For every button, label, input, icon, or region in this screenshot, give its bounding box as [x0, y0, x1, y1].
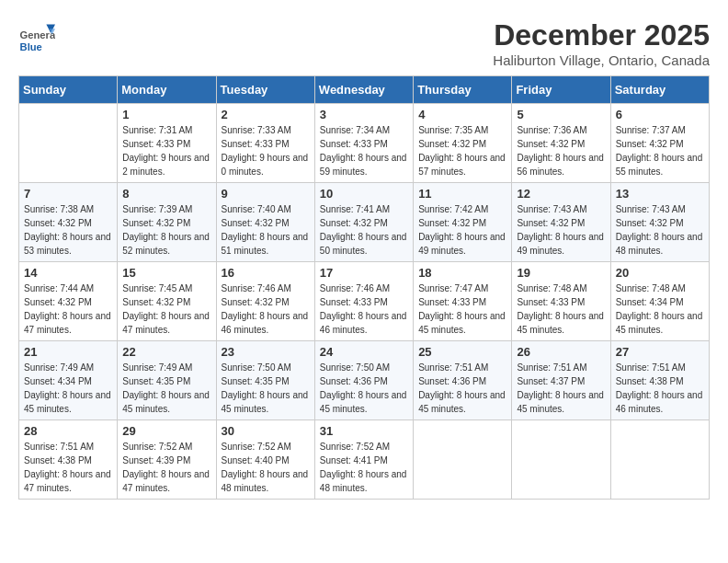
calendar-week-row: 28 Sunrise: 7:51 AMSunset: 4:38 PMDaylig… [19, 420, 710, 500]
day-info: Sunrise: 7:43 AMSunset: 4:32 PMDaylight:… [616, 204, 703, 256]
day-number: 27 [616, 345, 704, 359]
day-number: 31 [320, 424, 408, 438]
calendar-day-cell: 14 Sunrise: 7:44 AMSunset: 4:32 PMDaylig… [19, 262, 118, 341]
calendar-table: SundayMondayTuesdayWednesdayThursdayFrid… [18, 75, 710, 500]
calendar-day-cell: 2 Sunrise: 7:33 AMSunset: 4:33 PMDayligh… [216, 104, 314, 183]
day-number: 26 [517, 345, 605, 359]
calendar-day-cell [512, 420, 610, 500]
calendar-week-row: 1 Sunrise: 7:31 AMSunset: 4:33 PMDayligh… [19, 104, 710, 183]
day-info: Sunrise: 7:33 AMSunset: 4:33 PMDaylight:… [222, 125, 309, 177]
header: General Blue December 2025 Haliburton Vi… [18, 18, 710, 68]
location-subtitle: Haliburton Village, Ontario, Canada [493, 52, 710, 68]
calendar-day-cell: 22 Sunrise: 7:49 AMSunset: 4:35 PMDaylig… [118, 341, 216, 420]
day-number: 15 [122, 266, 210, 280]
calendar-day-cell: 29 Sunrise: 7:52 AMSunset: 4:39 PMDaylig… [118, 420, 216, 500]
day-number: 18 [418, 266, 506, 280]
calendar-day-cell: 6 Sunrise: 7:37 AMSunset: 4:32 PMDayligh… [610, 104, 709, 183]
calendar-day-cell: 7 Sunrise: 7:38 AMSunset: 4:32 PMDayligh… [19, 183, 118, 262]
day-number: 14 [24, 266, 112, 280]
calendar-day-cell: 5 Sunrise: 7:36 AMSunset: 4:32 PMDayligh… [512, 104, 610, 183]
month-title: December 2025 [493, 18, 710, 52]
calendar-day-cell: 9 Sunrise: 7:40 AMSunset: 4:32 PMDayligh… [216, 183, 314, 262]
calendar-day-cell: 12 Sunrise: 7:43 AMSunset: 4:32 PMDaylig… [512, 183, 610, 262]
weekday-header-saturday: Saturday [610, 76, 709, 104]
calendar-day-cell: 24 Sunrise: 7:50 AMSunset: 4:36 PMDaylig… [314, 341, 413, 420]
calendar-day-cell: 25 Sunrise: 7:51 AMSunset: 4:36 PMDaylig… [414, 341, 512, 420]
day-info: Sunrise: 7:50 AMSunset: 4:35 PMDaylight:… [222, 362, 309, 414]
day-number: 6 [616, 108, 704, 121]
weekday-header-monday: Monday [118, 76, 216, 104]
day-info: Sunrise: 7:39 AMSunset: 4:32 PMDaylight:… [122, 204, 210, 256]
day-info: Sunrise: 7:35 AMSunset: 4:32 PMDaylight:… [418, 125, 506, 177]
day-info: Sunrise: 7:49 AMSunset: 4:35 PMDaylight:… [122, 362, 210, 414]
calendar-day-cell: 20 Sunrise: 7:48 AMSunset: 4:34 PMDaylig… [610, 262, 709, 341]
calendar-day-cell: 8 Sunrise: 7:39 AMSunset: 4:32 PMDayligh… [118, 183, 216, 262]
day-number: 7 [24, 187, 112, 201]
day-info: Sunrise: 7:48 AMSunset: 4:34 PMDaylight:… [616, 283, 703, 335]
logo-icon: General Blue [18, 18, 55, 55]
calendar-day-cell: 21 Sunrise: 7:49 AMSunset: 4:34 PMDaylig… [19, 341, 118, 420]
day-info: Sunrise: 7:43 AMSunset: 4:32 PMDaylight:… [517, 204, 604, 256]
day-info: Sunrise: 7:51 AMSunset: 4:38 PMDaylight:… [616, 362, 703, 414]
weekday-header-friday: Friday [512, 76, 610, 104]
logo: General Blue [18, 18, 59, 55]
day-number: 28 [24, 424, 112, 438]
day-info: Sunrise: 7:42 AMSunset: 4:32 PMDaylight:… [418, 204, 506, 256]
day-info: Sunrise: 7:47 AMSunset: 4:33 PMDaylight:… [418, 283, 506, 335]
weekday-header-wednesday: Wednesday [314, 76, 413, 104]
day-info: Sunrise: 7:31 AMSunset: 4:33 PMDaylight:… [122, 125, 210, 177]
day-number: 29 [122, 424, 210, 438]
calendar-day-cell: 31 Sunrise: 7:52 AMSunset: 4:41 PMDaylig… [314, 420, 413, 500]
calendar-day-cell: 16 Sunrise: 7:46 AMSunset: 4:32 PMDaylig… [216, 262, 314, 341]
day-info: Sunrise: 7:40 AMSunset: 4:32 PMDaylight:… [222, 204, 309, 256]
day-info: Sunrise: 7:48 AMSunset: 4:33 PMDaylight:… [517, 283, 604, 335]
day-info: Sunrise: 7:45 AMSunset: 4:32 PMDaylight:… [122, 283, 210, 335]
day-number: 25 [418, 345, 506, 359]
day-info: Sunrise: 7:41 AMSunset: 4:32 PMDaylight:… [320, 204, 407, 256]
calendar-day-cell: 11 Sunrise: 7:42 AMSunset: 4:32 PMDaylig… [414, 183, 512, 262]
calendar-day-cell: 17 Sunrise: 7:46 AMSunset: 4:33 PMDaylig… [314, 262, 413, 341]
day-number: 4 [418, 108, 506, 121]
day-info: Sunrise: 7:37 AMSunset: 4:32 PMDaylight:… [616, 125, 703, 177]
calendar-day-cell [610, 420, 709, 500]
day-info: Sunrise: 7:52 AMSunset: 4:39 PMDaylight:… [122, 442, 210, 493]
calendar-day-cell: 10 Sunrise: 7:41 AMSunset: 4:32 PMDaylig… [314, 183, 413, 262]
day-number: 10 [320, 187, 408, 201]
day-number: 9 [222, 187, 310, 201]
day-info: Sunrise: 7:50 AMSunset: 4:36 PMDaylight:… [320, 362, 407, 414]
day-info: Sunrise: 7:52 AMSunset: 4:41 PMDaylight:… [320, 442, 407, 493]
calendar-week-row: 21 Sunrise: 7:49 AMSunset: 4:34 PMDaylig… [19, 341, 710, 420]
day-info: Sunrise: 7:34 AMSunset: 4:33 PMDaylight:… [320, 125, 407, 177]
day-number: 17 [320, 266, 408, 280]
calendar-day-cell: 3 Sunrise: 7:34 AMSunset: 4:33 PMDayligh… [314, 104, 413, 183]
day-number: 22 [122, 345, 210, 359]
calendar-day-cell: 19 Sunrise: 7:48 AMSunset: 4:33 PMDaylig… [512, 262, 610, 341]
day-number: 1 [122, 108, 210, 121]
calendar-day-cell: 27 Sunrise: 7:51 AMSunset: 4:38 PMDaylig… [610, 341, 709, 420]
calendar-day-cell [19, 104, 118, 183]
calendar-week-row: 7 Sunrise: 7:38 AMSunset: 4:32 PMDayligh… [19, 183, 710, 262]
day-number: 24 [320, 345, 408, 359]
day-number: 12 [517, 187, 605, 201]
calendar-week-row: 14 Sunrise: 7:44 AMSunset: 4:32 PMDaylig… [19, 262, 710, 341]
svg-text:General: General [20, 29, 55, 40]
day-number: 16 [222, 266, 310, 280]
calendar-day-cell: 4 Sunrise: 7:35 AMSunset: 4:32 PMDayligh… [414, 104, 512, 183]
day-number: 2 [222, 108, 310, 121]
day-info: Sunrise: 7:52 AMSunset: 4:40 PMDaylight:… [222, 442, 309, 493]
day-info: Sunrise: 7:46 AMSunset: 4:32 PMDaylight:… [222, 283, 309, 335]
day-info: Sunrise: 7:51 AMSunset: 4:36 PMDaylight:… [418, 362, 506, 414]
day-info: Sunrise: 7:44 AMSunset: 4:32 PMDaylight:… [24, 283, 111, 335]
svg-text:Blue: Blue [20, 41, 42, 52]
day-number: 5 [517, 108, 605, 121]
day-info: Sunrise: 7:36 AMSunset: 4:32 PMDaylight:… [517, 125, 604, 177]
title-block: December 2025 Haliburton Village, Ontari… [493, 18, 710, 68]
weekday-header-thursday: Thursday [414, 76, 512, 104]
day-number: 30 [222, 424, 310, 438]
day-number: 20 [616, 266, 704, 280]
day-info: Sunrise: 7:46 AMSunset: 4:33 PMDaylight:… [320, 283, 407, 335]
calendar-day-cell: 1 Sunrise: 7:31 AMSunset: 4:33 PMDayligh… [118, 104, 216, 183]
day-info: Sunrise: 7:51 AMSunset: 4:37 PMDaylight:… [517, 362, 604, 414]
page-container: General Blue December 2025 Haliburton Vi… [18, 18, 710, 500]
calendar-day-cell [414, 420, 512, 500]
